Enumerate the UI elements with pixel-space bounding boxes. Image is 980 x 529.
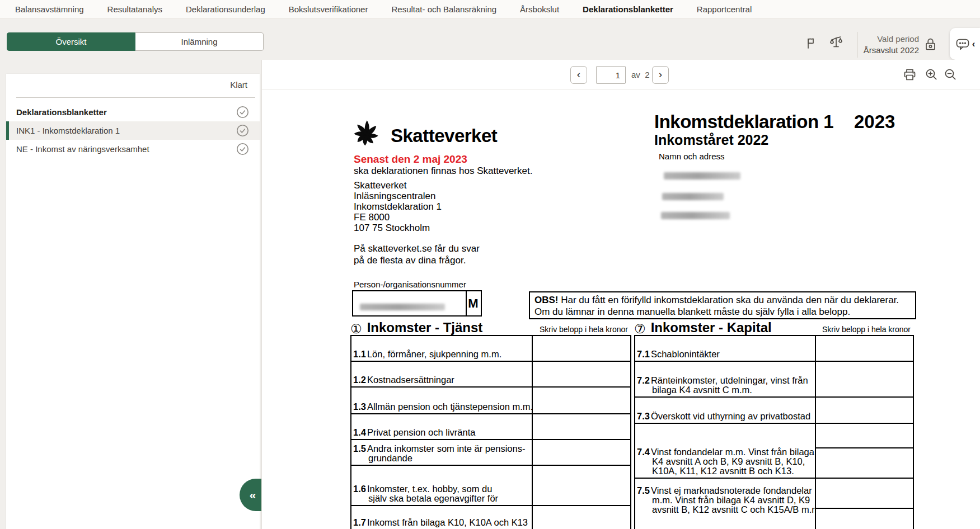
section-7-header: ⑦Inkomster - Kapital Skriv belopp i hela…	[634, 320, 912, 334]
person-number-box: M	[352, 290, 482, 317]
redacted-name-line	[664, 172, 740, 180]
form-row: 1.7Inkomst från bilaga K10, K10A och K13	[351, 506, 630, 529]
sidebar-item-ink1[interactable]: INK1 - Inkomstdeklaration 1	[6, 121, 260, 140]
pdf-viewer-panel: ‹ av 2 ›	[261, 60, 980, 529]
amount-cell	[815, 424, 913, 478]
amount-cell	[815, 362, 913, 396]
income-year: Inkomståret 2022	[654, 132, 768, 148]
amount-cell	[532, 336, 630, 361]
section-1-table: 1.1Lön, förmåner, sjukpenning m.m. 1.2Ko…	[350, 335, 631, 529]
lock-icon	[923, 37, 937, 52]
nav-bokslutsverifikationer[interactable]: Bokslutsverifikationer	[289, 4, 368, 14]
form-row: 1.4Privat pension och livränta	[351, 414, 630, 440]
period-selector[interactable]: Vald period Årsavslut 2022	[862, 34, 919, 56]
group-title: Deklarationsblanketter	[16, 107, 107, 117]
amount-cell	[532, 414, 630, 439]
chevron-left-icon: ‹	[972, 39, 976, 50]
form-item-label: NE - Inkomst av näringsverksamhet	[16, 144, 149, 154]
app-root: Balansavstämning Resultatanalys Deklarat…	[0, 0, 980, 529]
check-circle-icon[interactable]	[236, 143, 249, 155]
amount-cell	[532, 388, 630, 413]
person-number-label: Person-/organisationsnummer	[354, 280, 466, 289]
status-column-header: Klart	[230, 80, 247, 89]
section-1-header: ①Inkomster - Tjänst Skriv belopp i hela …	[350, 320, 629, 334]
chat-panel-button[interactable]: ‹	[950, 28, 980, 60]
scales-icon[interactable]	[829, 35, 843, 50]
redacted-person-number	[360, 304, 445, 310]
nav-balansavstamning[interactable]: Balansavstämning	[15, 4, 84, 14]
toolbar-divider	[857, 32, 858, 58]
deadline-info-text: ska deklarationen finnas hos Skatteverke…	[354, 166, 532, 177]
chat-bubble-icon	[955, 36, 970, 52]
period-value: Årsavslut 2022	[862, 45, 919, 56]
zoom-out-icon[interactable]	[943, 67, 958, 82]
amount-cell	[532, 362, 630, 386]
form-item-label: INK1 - Inkomstdeklaration 1	[16, 126, 120, 135]
redacted-address-line	[662, 193, 724, 200]
previous-page-button[interactable]: ‹	[570, 66, 587, 84]
circled-1-icon: ①	[350, 322, 362, 336]
sidebar-divider	[16, 97, 255, 98]
period-label: Vald period	[862, 34, 919, 45]
nav-deklarationsblanketter[interactable]: Deklarationsblanketter	[583, 4, 673, 14]
flag-icon[interactable]	[804, 36, 819, 50]
circled-7-icon: ⑦	[634, 322, 646, 336]
nav-resultatanalys[interactable]: Resultatanalys	[107, 4, 162, 14]
pdf-page-ink1: Skatteverket Senast den 2 maj 2023 ska d…	[262, 91, 980, 529]
form-title: Inkomstdeklaration 1	[654, 111, 833, 133]
amount-cell	[815, 479, 913, 529]
amount-hint: Skriv belopp i hela kronor	[822, 325, 911, 334]
check-circle-icon[interactable]	[236, 106, 249, 119]
amount-cell	[532, 506, 630, 529]
mailing-address-block: Skatteverket Inläsningscentralen Inkomst…	[354, 180, 442, 233]
collapse-chevrons-icon: «	[250, 488, 256, 502]
name-address-label: Namn och adress	[659, 152, 725, 161]
amount-cell	[532, 466, 630, 505]
m-marker: M	[466, 291, 481, 315]
agency-title: Skatteverket	[391, 125, 497, 147]
help-text: På skatteverket.se får du svar på de fle…	[354, 243, 480, 266]
form-row: 1.2Kostnadsersättningar	[351, 362, 630, 388]
view-toggle: Översikt Inlämning	[7, 32, 264, 51]
amount-cell	[815, 398, 913, 423]
skatteverket-swirl-logo	[349, 118, 383, 153]
forms-sidebar: Klart Deklarationsblanketter INK1 - Inko…	[6, 74, 260, 529]
tab-inlamning[interactable]: Inlämning	[135, 32, 264, 51]
form-row: 7.4Vinst fondandelar m.m. Vinst från bil…	[635, 424, 913, 479]
page-count-label: av 2	[631, 70, 650, 79]
form-row: 7.2Ränteinkomster, utdelningar, vinst fr…	[635, 362, 913, 398]
check-circle-icon[interactable]	[236, 124, 249, 137]
redacted-city-line	[661, 212, 730, 219]
section-7-table: 7.1Schablonintäkter 7.2Ränteinkomster, u…	[634, 335, 914, 529]
form-row: 7.3Överskott vid uthyrning av privatbost…	[635, 398, 913, 424]
form-year: 2023	[854, 111, 895, 133]
form-row: 7.1Schablonintäkter	[635, 336, 913, 362]
form-row: 1.3Allmän pension och tjänstepension m.m…	[351, 388, 630, 414]
top-navigation: Balansavstämning Resultatanalys Deklarat…	[0, 0, 980, 19]
form-row: 7.5Vinst ej marknadsnoterade fondandelar…	[635, 479, 913, 529]
tab-oversikt[interactable]: Översikt	[7, 32, 135, 51]
nav-deklarationsunderlag[interactable]: Deklarationsunderlag	[186, 4, 265, 14]
amount-cell	[815, 336, 913, 361]
form-row: 1.1Lön, förmåner, sjukpenning m.m.	[351, 336, 630, 362]
nav-resultat-och-balansrakning[interactable]: Resultat- och Balansräkning	[391, 4, 496, 14]
form-row: 1.5Andra inkomster som inte är pensions-…	[351, 440, 630, 466]
obs-notice-box: OBS! Har du fått en förifylld inkomstdek…	[529, 291, 916, 319]
forms-group-header[interactable]: Deklarationsblanketter	[6, 103, 260, 121]
forms-list: Deklarationsblanketter INK1 - Inkomstdek…	[6, 103, 260, 158]
deadline-text: Senast den 2 maj 2023	[354, 153, 467, 166]
nav-rapportcentral[interactable]: Rapportcentral	[697, 4, 752, 14]
pdf-toolbar: ‹ av 2 ›	[262, 60, 980, 90]
zoom-in-icon[interactable]	[924, 67, 939, 82]
printer-icon[interactable]	[902, 67, 917, 82]
page-number-input[interactable]	[596, 66, 626, 84]
nav-arsbokslut[interactable]: Årsbokslut	[520, 4, 559, 14]
sidebar-item-ne[interactable]: NE - Inkomst av näringsverksamhet	[6, 140, 260, 158]
person-number-cell	[353, 291, 467, 315]
next-page-button[interactable]: ›	[652, 66, 669, 84]
form-row: 1.6Inkomster, t.ex. hobby, som du själv …	[351, 466, 630, 506]
amount-cell	[532, 440, 630, 465]
amount-hint: Skriv belopp i hela kronor	[540, 325, 628, 334]
